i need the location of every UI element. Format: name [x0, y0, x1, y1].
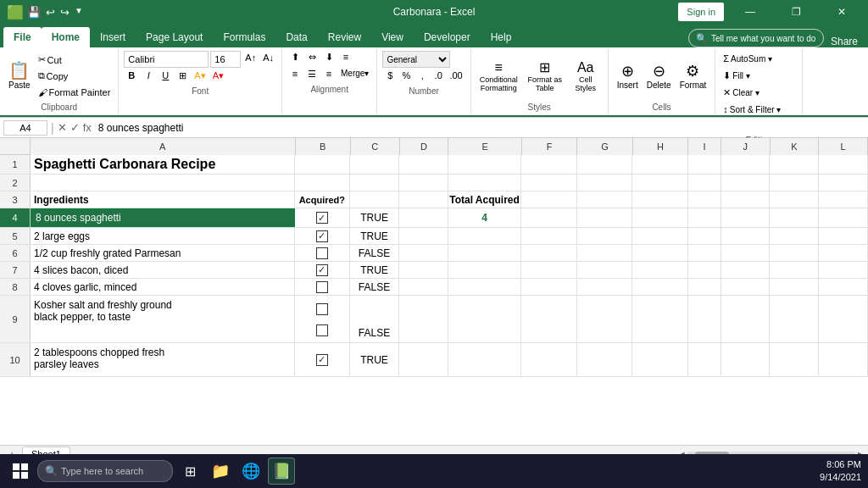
cell-j10[interactable] — [721, 343, 771, 376]
tab-file[interactable]: File — [3, 27, 42, 47]
cell-l2[interactable] — [819, 175, 868, 191]
cell-j8[interactable] — [721, 279, 771, 295]
cell-f8[interactable] — [521, 279, 577, 295]
wrap-text-button[interactable]: ≡ — [338, 51, 353, 66]
cell-b4[interactable] — [295, 208, 350, 227]
cell-c1[interactable] — [350, 155, 399, 174]
cell-c3[interactable] — [350, 191, 399, 208]
cell-k10[interactable] — [770, 343, 819, 376]
cell-k6[interactable] — [770, 245, 819, 261]
cell-b3[interactable]: Acquired? — [295, 191, 351, 208]
cell-b8[interactable] — [295, 279, 351, 295]
cell-styles-button[interactable]: Aa CellStyles — [569, 54, 603, 98]
cell-b10[interactable] — [295, 343, 351, 376]
cell-l9[interactable] — [819, 296, 868, 342]
cell-c9[interactable]: FALSE — [350, 296, 399, 342]
decrease-decimal-button[interactable]: .0 — [431, 69, 446, 85]
cell-g7[interactable] — [577, 262, 633, 278]
increase-decimal-button[interactable]: .00 — [447, 69, 465, 85]
cell-j4[interactable] — [721, 208, 771, 227]
tab-insert[interactable]: Insert — [90, 27, 136, 47]
cell-d3[interactable] — [399, 191, 448, 208]
checkbox-b7[interactable] — [316, 264, 328, 276]
cell-b6[interactable] — [295, 245, 351, 261]
cell-i9[interactable] — [688, 296, 721, 342]
row-number-7[interactable]: 7 — [0, 262, 31, 278]
undo-icon[interactable]: ↩ — [44, 4, 57, 20]
row-number-3[interactable]: 3 — [0, 191, 31, 208]
cancel-formula-icon[interactable]: ✕ — [58, 121, 67, 134]
cell-k9[interactable] — [770, 296, 819, 342]
column-header-f[interactable]: F — [522, 138, 577, 155]
align-center-button[interactable]: ☰ — [304, 68, 320, 83]
chrome-button[interactable]: 🌐 — [237, 458, 264, 485]
cell-f2[interactable] — [521, 175, 577, 191]
merge-center-button[interactable]: Merge▾ — [338, 68, 371, 83]
share-button[interactable]: Share — [831, 36, 858, 47]
cell-b5[interactable] — [295, 228, 351, 244]
format-cells-button[interactable]: ⚙ Format — [676, 54, 710, 98]
cell-c8[interactable]: FALSE — [350, 279, 399, 295]
cell-j7[interactable] — [721, 262, 771, 278]
cell-h8[interactable] — [632, 279, 688, 295]
cell-g10[interactable] — [577, 343, 633, 376]
tab-view[interactable]: View — [371, 27, 414, 47]
decrease-font-button[interactable]: A↓ — [260, 52, 276, 67]
cut-button[interactable]: ✂ Cut — [36, 53, 114, 68]
sign-in-button[interactable]: Sign in — [678, 3, 724, 21]
cell-g6[interactable] — [577, 245, 633, 261]
start-button[interactable] — [7, 458, 34, 485]
checkbox-b8[interactable] — [316, 281, 328, 293]
cell-d1[interactable] — [399, 155, 448, 174]
cell-i6[interactable] — [688, 245, 721, 261]
cell-a4[interactable]: 8 ounces spaghetti — [31, 208, 295, 227]
italic-button[interactable]: I — [141, 69, 156, 85]
cell-f10[interactable] — [521, 343, 577, 376]
format-painter-button[interactable]: 🖌 Format Painter — [36, 85, 114, 100]
cell-h7[interactable] — [632, 262, 688, 278]
cell-g9[interactable] — [577, 296, 633, 342]
tab-help[interactable]: Help — [481, 27, 522, 47]
cell-d2[interactable] — [399, 175, 448, 191]
cell-e9[interactable] — [448, 296, 522, 342]
cell-h1[interactable] — [632, 155, 688, 174]
cell-f6[interactable] — [521, 245, 577, 261]
cell-f9[interactable] — [521, 296, 577, 342]
cell-k3[interactable] — [770, 191, 819, 208]
cell-k4[interactable] — [770, 208, 819, 227]
cell-d6[interactable] — [399, 245, 448, 261]
file-explorer-button[interactable]: 📁 — [207, 458, 234, 485]
row-number-8[interactable]: 8 — [0, 279, 31, 295]
cell-d10[interactable] — [399, 343, 448, 376]
clear-button[interactable]: ✕ Clear ▾ — [721, 85, 762, 100]
cell-k5[interactable] — [770, 228, 819, 244]
cell-l4[interactable] — [819, 208, 868, 227]
excel-taskbar-button[interactable]: 📗 — [268, 458, 295, 485]
format-as-table-button[interactable]: ⊞ Format asTable — [523, 54, 567, 98]
cell-a5[interactable]: 2 large eggs — [31, 228, 295, 244]
paste-button[interactable]: 📋 Paste — [5, 54, 34, 98]
cell-e2[interactable] — [448, 175, 522, 191]
cell-i10[interactable] — [688, 343, 721, 376]
column-header-h[interactable]: H — [633, 138, 688, 155]
cell-h6[interactable] — [632, 245, 688, 261]
task-view-button[interactable]: ⊞ — [176, 458, 203, 485]
cell-g8[interactable] — [577, 279, 633, 295]
cell-d5[interactable] — [399, 228, 448, 244]
tab-page-layout[interactable]: Page Layout — [136, 27, 213, 47]
percent-button[interactable]: % — [398, 69, 414, 85]
cell-g5[interactable] — [577, 228, 633, 244]
cell-c6[interactable]: FALSE — [350, 245, 399, 261]
row-number-10[interactable]: 10 — [0, 343, 31, 376]
cell-e8[interactable] — [448, 279, 522, 295]
cell-d8[interactable] — [399, 279, 448, 295]
customize-icon[interactable]: ▼ — [73, 4, 85, 20]
checkbox-b6[interactable] — [316, 247, 328, 259]
column-header-k[interactable]: K — [771, 138, 820, 155]
cell-k8[interactable] — [770, 279, 819, 295]
cell-c10[interactable]: TRUE — [350, 343, 399, 376]
cell-e3[interactable]: Total Acquired — [448, 191, 522, 208]
taskbar-search-input[interactable] — [61, 466, 163, 476]
cell-b9[interactable] — [295, 296, 351, 342]
cell-k2[interactable] — [770, 175, 819, 191]
